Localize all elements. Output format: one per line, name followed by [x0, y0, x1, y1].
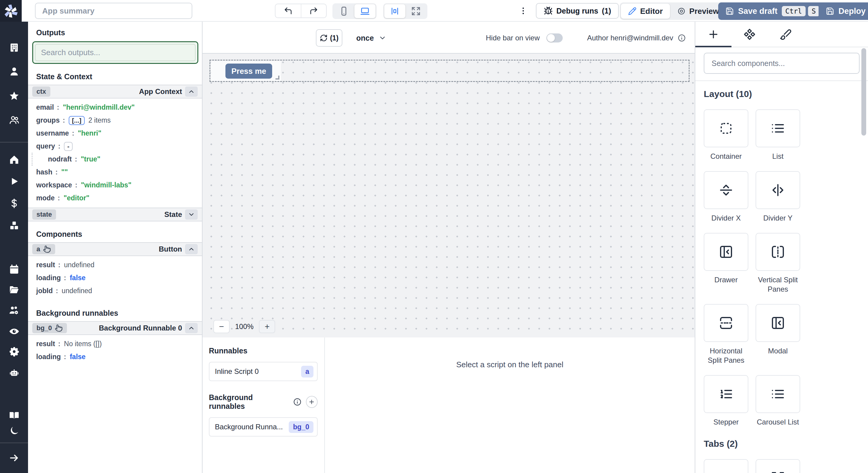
sidebar-item-eye[interactable]: [7, 324, 22, 339]
component-card-box[interactable]: [755, 375, 800, 413]
sidebar-item-building[interactable]: [7, 40, 22, 55]
outputs-search-input[interactable]: [35, 44, 195, 61]
output-group-id-badge[interactable]: state: [32, 210, 56, 220]
output-group-header-a[interactable]: aButton: [28, 242, 202, 256]
collapse-group-button[interactable]: [185, 323, 198, 333]
tree-collapsed-badge[interactable]: [...]: [69, 116, 85, 125]
component-card-box[interactable]: [704, 109, 748, 147]
full-width-button[interactable]: [405, 4, 427, 18]
output-tree-row[interactable]: result:undefined: [28, 258, 202, 272]
press-me-button[interactable]: Press me: [225, 64, 272, 78]
windmill-logo[interactable]: [0, 0, 22, 22]
desktop-view-button[interactable]: [354, 4, 375, 18]
runnable-item[interactable]: Inline Script 0a: [209, 362, 318, 381]
sidebar-item-boxes[interactable]: [7, 218, 22, 233]
editor-tab[interactable]: Editor: [621, 4, 670, 19]
output-group-id-badge[interactable]: bg_0: [32, 323, 67, 333]
sidebar-item-star[interactable]: [7, 89, 22, 103]
expand-group-button[interactable]: [185, 210, 198, 220]
component-card-box[interactable]: [704, 304, 748, 342]
component-card-box[interactable]: [755, 304, 800, 342]
selected-grid-row[interactable]: Press me: [210, 60, 689, 82]
sidebar-item-book[interactable]: [7, 408, 22, 423]
debug-runs-button[interactable]: Debug runs (1): [536, 3, 619, 19]
more-menu-button[interactable]: [517, 4, 530, 18]
component-card-box[interactable]: [704, 171, 748, 209]
component-card-container[interactable]: Container: [704, 109, 748, 161]
sidebar-item-gear[interactable]: [7, 344, 22, 359]
output-group-header-ctx[interactable]: ctxApp Context: [28, 85, 202, 98]
add-background-runnable-button[interactable]: [306, 396, 318, 408]
output-tree-row[interactable]: nodraft:"true": [32, 153, 202, 166]
schedule-mode-select[interactable]: once: [352, 29, 391, 47]
component-card-split[interactable]: [755, 459, 800, 473]
output-tree-row[interactable]: mode:"editor": [28, 192, 202, 204]
components-scrollbar[interactable]: [861, 48, 866, 135]
sidebar-item-dollar[interactable]: [7, 196, 22, 211]
output-tree-row[interactable]: workspace:"windmill-labs": [28, 179, 202, 192]
output-tree-row[interactable]: jobId:undefined: [28, 284, 202, 297]
hide-bar-toggle[interactable]: [547, 33, 563, 42]
sidebar-item-play[interactable]: [7, 174, 22, 189]
zoom-out-button[interactable]: −: [213, 320, 230, 333]
sidebar-item-users[interactable]: [7, 113, 22, 127]
info-icon[interactable]: [678, 34, 686, 42]
zoom-in-button[interactable]: +: [259, 320, 275, 333]
output-tree-row[interactable]: query:-: [28, 140, 202, 153]
sidebar-item-bot[interactable]: [7, 366, 22, 380]
sidebar-item-moon[interactable]: [7, 423, 22, 438]
component-card-divider-y[interactable]: Divider Y: [755, 171, 800, 223]
selected-component-cell[interactable]: Press me: [211, 61, 281, 81]
component-card-horizontal-split-panes[interactable]: Horizontal Split Panes: [704, 304, 748, 365]
component-card-divider-x[interactable]: Divider X: [704, 171, 748, 223]
mobile-view-button[interactable]: [333, 4, 354, 18]
save-draft-button[interactable]: Save draft CtrlS: [718, 2, 827, 20]
output-group-id-badge[interactable]: ctx: [32, 87, 50, 97]
component-card-box[interactable]: [755, 459, 800, 473]
preview-tab[interactable]: Preview: [670, 4, 726, 19]
panel-tab-brush[interactable]: [768, 22, 804, 47]
component-card-list[interactable]: List: [755, 109, 800, 161]
sidebar-item-calendar[interactable]: [7, 262, 22, 277]
component-card-box[interactable]: [755, 233, 800, 271]
app-canvas[interactable]: Press me − 100% +: [203, 54, 695, 338]
app-summary-input[interactable]: [35, 3, 192, 19]
undo-button[interactable]: [276, 4, 301, 18]
output-tree-row[interactable]: loading:false: [28, 350, 202, 363]
resize-handle[interactable]: [276, 75, 279, 80]
bounded-width-button[interactable]: [384, 4, 405, 18]
output-group-header-state[interactable]: stateState: [28, 208, 202, 221]
component-card-carousel-list[interactable]: Carousel List: [755, 375, 800, 427]
sidebar-item-arrow-right[interactable]: [7, 451, 22, 465]
component-card-vertical-split-panes[interactable]: Vertical Split Panes: [755, 233, 800, 294]
sidebar-item-folder[interactable]: [7, 283, 22, 297]
runnable-item[interactable]: Background Runna...bg_0: [209, 417, 318, 437]
tree-collapsed-badge[interactable]: -: [64, 142, 73, 151]
panel-tab-plus[interactable]: [695, 22, 732, 47]
component-card-box[interactable]: [704, 233, 748, 271]
component-card-box[interactable]: [704, 375, 748, 413]
collapse-group-button[interactable]: [185, 87, 198, 97]
output-tree-row[interactable]: groups:[...]2 items: [28, 114, 202, 127]
components-search-input[interactable]: [704, 53, 860, 74]
panel-tab-component[interactable]: [732, 22, 768, 47]
sidebar-item-users-cog[interactable]: [7, 303, 22, 318]
component-card-modal[interactable]: Modal: [755, 304, 800, 365]
component-card-box[interactable]: [755, 109, 800, 147]
component-card-stepper[interactable]: Stepper: [704, 375, 748, 427]
sidebar-item-home[interactable]: [7, 152, 22, 167]
deploy-button[interactable]: Deploy: [818, 2, 868, 20]
component-card-drawer[interactable]: Drawer: [704, 233, 748, 294]
output-group-id-badge[interactable]: a: [32, 244, 55, 254]
component-card-stepper[interactable]: [704, 459, 748, 473]
sidebar-item-user[interactable]: [7, 64, 22, 78]
component-card-box[interactable]: [755, 171, 800, 209]
collapse-group-button[interactable]: [185, 244, 198, 254]
redo-button[interactable]: [301, 4, 326, 18]
refresh-button[interactable]: (1): [316, 29, 342, 47]
output-tree-row[interactable]: username:"henri": [28, 127, 202, 140]
output-tree-row[interactable]: result:No items ([]): [28, 338, 202, 350]
output-tree-row[interactable]: email:"henri@windmill.dev": [28, 101, 202, 114]
info-icon[interactable]: [293, 398, 302, 406]
output-group-header-bg_0[interactable]: bg_0Background Runnable 0: [28, 321, 202, 335]
